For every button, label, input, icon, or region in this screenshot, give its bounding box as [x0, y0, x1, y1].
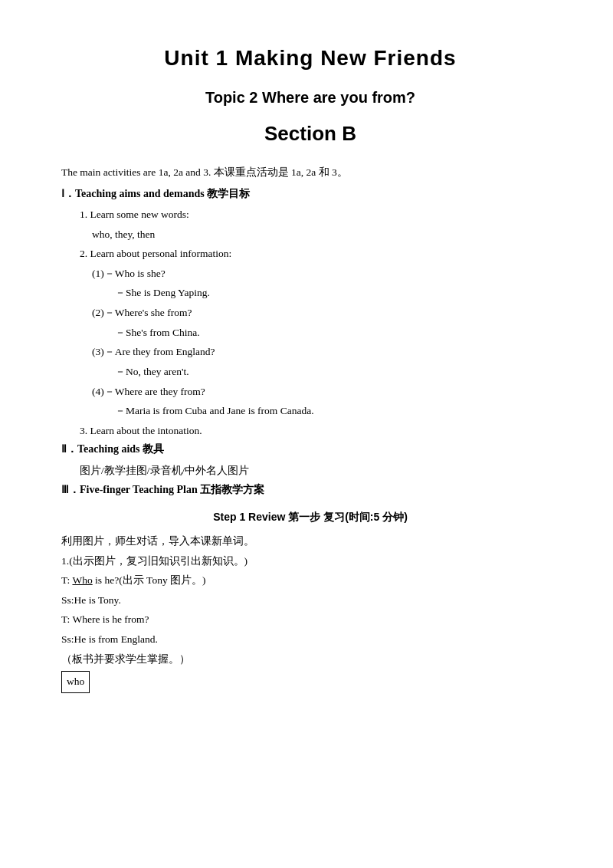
- teaching-aim-item1-label: 1. Learn some new words:: [80, 205, 559, 224]
- who-underline: Who: [72, 574, 92, 586]
- chinese-section: 利用图片，师生对话，导入本课新单词。 1.(出示图片，复习旧知识引出新知识。) …: [61, 532, 559, 693]
- step1-title: Step 1 Review 第一步 复习(时间:5 分钟): [61, 511, 559, 524]
- teaching-aim-sub1-ans: －She is Deng Yaping.: [104, 284, 559, 302]
- teaching-aim-sub2-ans: －She's from China.: [104, 324, 559, 342]
- teaching-aids-heading: Ⅱ．Teaching aids 教具: [61, 441, 559, 458]
- teaching-aim-sub3: (3)－Are they from England?: [92, 343, 559, 361]
- who-box: who: [61, 671, 90, 692]
- intro-line: The main activities are 1a, 2a and 3. 本课…: [61, 164, 559, 181]
- chinese-line1: 利用图片，师生对话，导入本课新单词。: [61, 532, 559, 551]
- chinese-line3-suffix: is he?(出示 Tony 图片。): [93, 574, 206, 586]
- chinese-line3: T: Who is he?(出示 Tony 图片。): [61, 571, 559, 590]
- chinese-line3-prefix: T:: [61, 574, 72, 586]
- teaching-aim-sub4-ans: －Maria is from Cuba and Jane is from Can…: [104, 402, 559, 420]
- teaching-aim-item3-label: 3. Learn about the intonation.: [80, 422, 559, 440]
- teaching-aim-sub1: (1)－Who is she?: [92, 265, 559, 283]
- teaching-aim-item2-label: 2. Learn about personal information:: [80, 245, 559, 263]
- chinese-line4: Ss:He is Tony.: [61, 591, 559, 610]
- chinese-line2: 1.(出示图片，复习旧知识引出新知识。): [61, 552, 559, 570]
- chinese-line6: Ss:He is from England.: [61, 630, 559, 649]
- topic-title: Topic 2 Where are you from?: [61, 89, 559, 107]
- teaching-aims-heading: Ⅰ．Teaching aims and demands 教学目标: [61, 186, 559, 202]
- main-title: Unit 1 Making New Friends: [61, 46, 559, 71]
- chinese-line5: T: Where is he from?: [61, 610, 559, 629]
- teaching-aim-sub3-ans: －No, they aren't.: [104, 363, 559, 381]
- teaching-aids-content: 图片/教学挂图/录音机/中外名人图片: [80, 462, 559, 480]
- teaching-aim-item1-words: who, they, then: [92, 225, 559, 244]
- five-finger-heading: Ⅲ．Five-finger Teaching Plan 五指教学方案: [61, 482, 559, 498]
- section-title: Section B: [61, 122, 559, 146]
- teaching-aim-sub2: (2)－Where's she from?: [92, 304, 559, 322]
- chinese-line7: （板书并要求学生掌握。）: [61, 650, 559, 669]
- teaching-aim-sub4: (4)－Where are they from?: [92, 383, 559, 401]
